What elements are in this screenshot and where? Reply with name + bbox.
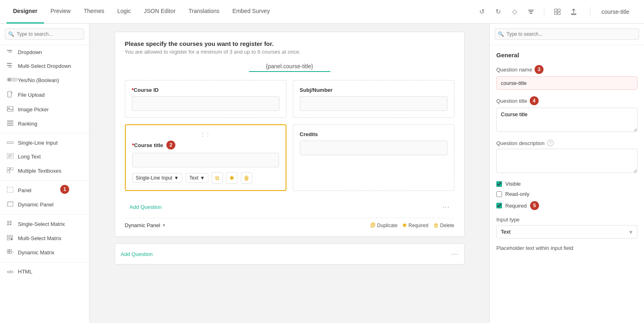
single-select-matrix-icon — [7, 221, 14, 228]
svg-rect-10 — [7, 65, 12, 66]
sidebar-item-boolean[interactable]: Yes/No (Boolean) — [0, 73, 89, 87]
left-sidebar: 🔍 Dropdown Multi-Select Dropdown Yes/No … — [0, 24, 90, 323]
sidebar-item-label: Multiple Textboxes — [18, 168, 61, 174]
svg-rect-9 — [7, 63, 12, 64]
outer-add-question-more-button[interactable]: ⋯ — [451, 249, 458, 258]
panel-type-selector[interactable]: Dynamic Panel ▼ — [125, 222, 166, 228]
sidebar-item-file-upload[interactable]: File Upload — [0, 87, 89, 102]
question-title-label: Question title 4 — [496, 96, 637, 105]
right-panel-general-section: General Question name 3 Question title 4 — [490, 45, 644, 264]
question-type-selector[interactable]: Single-Line Input ▼ — [132, 173, 183, 183]
add-question-button[interactable]: Add Question — [130, 204, 162, 210]
sidebar-item-panel[interactable]: Panel 1 — [0, 183, 89, 197]
sidebar-item-label: Multi-Select Dropdown — [18, 63, 71, 69]
question-subtype-selector[interactable]: Text ▼ — [186, 173, 208, 183]
tab-logic[interactable]: Logic — [111, 0, 137, 24]
question-box-subj-number[interactable]: Subj/Number — [293, 80, 454, 118]
undo-button[interactable]: ↺ — [476, 5, 489, 18]
description-help-icon[interactable]: ? — [547, 140, 554, 146]
question-input-course-id[interactable] — [132, 96, 279, 111]
sidebar-item-multiselect-dropdown[interactable]: Multi-Select Dropdown — [0, 59, 89, 73]
svg-rect-27 — [7, 171, 10, 173]
question-input-course-title[interactable] — [132, 153, 279, 167]
input-type-select[interactable]: Text Number Email URL Date — [496, 225, 637, 238]
panel-title-wrap[interactable]: {panel.course-title} — [249, 63, 330, 72]
sidebar-item-label: Long Text — [18, 154, 41, 160]
copy-question-button[interactable]: ⧉ — [212, 172, 223, 184]
panel-delete-button[interactable]: 🗑 Delete — [433, 222, 454, 228]
panel-required-button[interactable]: ✱ Required — [402, 222, 428, 228]
badge-5: 5 — [530, 201, 539, 210]
sidebar-item-dropdown[interactable]: Dropdown — [0, 45, 89, 59]
question-input-credits[interactable] — [300, 141, 448, 155]
form-group-question-title: Question title 4 — [496, 96, 637, 133]
sidebar-item-label: Panel — [18, 187, 31, 193]
sidebar-item-single-select-matrix[interactable]: Single-Select Matrix — [0, 217, 89, 231]
tab-embed-survey[interactable]: Embed Survey — [226, 0, 276, 24]
svg-rect-0 — [528, 10, 534, 11]
right-panel-section-title: General — [496, 52, 637, 59]
svg-rect-17 — [7, 121, 13, 121]
tab-translations[interactable]: Translations — [182, 0, 226, 24]
sidebar-item-dynamic-matrix[interactable]: + Dynamic Matrix — [0, 245, 89, 260]
sidebar-divider-4 — [0, 262, 89, 262]
outer-add-question-button[interactable]: Add Question — [121, 251, 153, 257]
svg-rect-40 — [9, 249, 11, 251]
nav-tools: ↺ ↻ ◇ — [469, 5, 587, 18]
sidebar-item-multiple-textboxes[interactable]: Multiple Textboxes — [0, 164, 89, 178]
question-name-label: Question name 3 — [496, 65, 637, 74]
question-box-course-title[interactable]: ⋮⋮ *Course title 2 Single-Line Input ▼ — [125, 124, 286, 191]
question-label-credits: Credits — [300, 131, 448, 137]
panel-title-text[interactable]: {panel.course-title} — [249, 63, 330, 72]
sidebar-item-single-line[interactable]: Single-Line Input — [0, 136, 89, 150]
badge-1: 1 — [60, 185, 69, 194]
svg-rect-41 — [7, 251, 9, 254]
svg-rect-1 — [529, 11, 533, 12]
sidebar-item-label: Single-Line Input — [18, 140, 58, 146]
delete-question-button[interactable]: 🗑 — [241, 172, 252, 184]
question-box-course-id[interactable]: *Course ID — [125, 80, 286, 118]
sidebar-item-long-text[interactable]: Long Text — [0, 150, 89, 164]
question-box-credits[interactable]: Credits — [293, 124, 454, 191]
sidebar-item-multi-select-matrix[interactable]: Multi-Select Matrix — [0, 231, 89, 245]
required-question-button[interactable]: ✱ — [226, 172, 238, 184]
tab-designer[interactable]: Designer — [7, 0, 44, 24]
tab-themes[interactable]: Themes — [77, 0, 111, 24]
right-panel-search-input[interactable] — [495, 28, 639, 40]
eraser-button[interactable]: ◇ — [508, 5, 521, 18]
filter-button[interactable] — [524, 5, 537, 18]
svg-rect-3 — [554, 9, 557, 11]
svg-point-33 — [7, 223, 9, 225]
sidebar-item-html[interactable]: </> HTML — [0, 265, 89, 278]
ranking-icon — [7, 120, 14, 127]
dropdown-icon — [7, 49, 14, 55]
sidebar-item-label: Yes/No (Boolean) — [18, 77, 59, 83]
visible-label: Visible — [505, 181, 521, 187]
required-checkbox[interactable] — [496, 203, 502, 208]
redo-button[interactable]: ↻ — [492, 5, 505, 18]
sidebar-item-dynamic-panel[interactable]: Dynamic Panel — [0, 197, 89, 212]
tab-preview[interactable]: Preview — [44, 0, 77, 24]
question-description-input[interactable] — [496, 149, 637, 173]
required-icon: ✱ — [402, 222, 407, 228]
sidebar-item-image-picker[interactable]: Image Picker — [0, 102, 89, 117]
svg-rect-28 — [7, 187, 13, 193]
panel-duplicate-button[interactable]: 🗐 Duplicate — [370, 222, 397, 228]
readonly-checkbox[interactable] — [496, 191, 502, 197]
drag-handle[interactable]: ⋮⋮ — [132, 132, 279, 137]
svg-rect-6 — [558, 12, 560, 15]
grid-button[interactable] — [551, 5, 564, 18]
tab-json-editor[interactable]: JSON Editor — [138, 0, 182, 24]
visible-checkbox[interactable] — [496, 181, 502, 187]
html-icon: </> — [7, 269, 14, 274]
svg-rect-26 — [11, 167, 13, 170]
upload-button[interactable] — [567, 5, 580, 18]
add-question-more-button[interactable]: ⋯ — [442, 202, 450, 211]
sidebar-search-input[interactable] — [5, 28, 84, 40]
readonly-label: Read-only — [505, 191, 529, 197]
question-input-subj-number[interactable] — [300, 96, 448, 111]
sidebar-item-ranking[interactable]: Ranking — [0, 117, 89, 130]
question-title-input[interactable] — [496, 108, 637, 132]
top-nav: Designer Preview Themes Logic JSON Edito… — [0, 0, 644, 24]
question-name-input[interactable] — [496, 76, 637, 90]
